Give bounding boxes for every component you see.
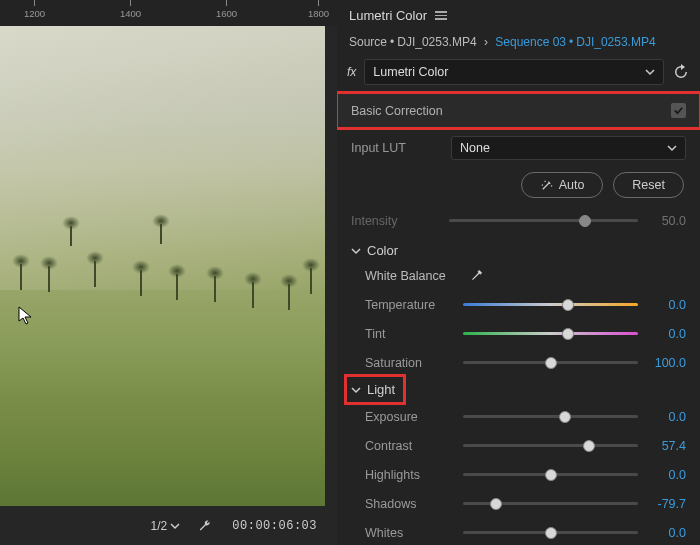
shadows-label: Shadows bbox=[365, 497, 459, 511]
effect-selector-row: fx Lumetri Color bbox=[337, 55, 700, 93]
eyedropper-icon[interactable] bbox=[469, 269, 484, 284]
temperature-label: Temperature bbox=[365, 298, 459, 312]
chevron-down-icon bbox=[667, 143, 677, 153]
tint-slider[interactable] bbox=[463, 326, 638, 342]
input-lut-label: Input LUT bbox=[351, 141, 443, 155]
color-subsection-header[interactable]: Color bbox=[351, 235, 686, 262]
mouse-cursor-icon bbox=[18, 306, 34, 326]
effect-name: Lumetri Color bbox=[373, 65, 448, 79]
basic-correction-header[interactable]: Basic Correction bbox=[337, 93, 700, 128]
breadcrumb-source-file: DJI_0253.MP4 bbox=[397, 35, 476, 49]
ruler-tick: 1400 bbox=[120, 0, 141, 19]
whites-slider[interactable] bbox=[463, 525, 638, 541]
intensity-label: Intensity bbox=[351, 214, 445, 228]
exposure-label: Exposure bbox=[365, 410, 459, 424]
chevron-down-icon bbox=[351, 246, 361, 256]
panel-title: Lumetri Color bbox=[349, 8, 427, 23]
basic-correction-body: Input LUT None Auto Reset Intensity 50.0… bbox=[337, 128, 700, 545]
timecode: 00:00:06:03 bbox=[232, 519, 317, 533]
input-lut-value: None bbox=[460, 141, 490, 155]
chevron-down-icon bbox=[645, 67, 655, 77]
panel-menu-icon[interactable] bbox=[435, 11, 447, 20]
panel-title-bar[interactable]: Lumetri Color bbox=[337, 0, 700, 31]
contrast-slider[interactable] bbox=[463, 438, 638, 454]
lumetri-color-panel: Lumetri Color Source•DJI_0253.MP4 › Sequ… bbox=[337, 0, 700, 545]
breadcrumb-clip-link[interactable]: DJI_0253.MP4 bbox=[576, 35, 655, 49]
ruler-tick: 1200 bbox=[24, 0, 45, 19]
monitor-bottom-bar: 1/2 00:00:06:03 bbox=[0, 507, 325, 545]
program-monitor-panel: 1200 1400 1600 1800 1/2 00:00:06:03 bbox=[0, 0, 337, 545]
intensity-value[interactable]: 50.0 bbox=[642, 214, 686, 228]
contrast-value[interactable]: 57.4 bbox=[642, 439, 686, 453]
chevron-down-icon bbox=[351, 385, 361, 395]
magic-wand-icon bbox=[540, 179, 553, 192]
chevron-down-icon bbox=[170, 521, 180, 531]
light-subsection-header[interactable]: Light bbox=[347, 377, 403, 402]
breadcrumb-source-label: Source bbox=[349, 35, 387, 49]
whites-label: Whites bbox=[365, 526, 459, 540]
input-lut-dropdown[interactable]: None bbox=[451, 136, 686, 160]
auto-button[interactable]: Auto bbox=[521, 172, 604, 198]
white-balance-label: White Balance bbox=[365, 269, 457, 283]
highlights-label: Highlights bbox=[365, 468, 459, 482]
whites-value[interactable]: 0.0 bbox=[642, 526, 686, 540]
section-title: Basic Correction bbox=[351, 104, 443, 118]
ruler-tick: 1800 bbox=[308, 0, 329, 19]
video-preview[interactable] bbox=[0, 26, 325, 506]
highlights-slider[interactable] bbox=[463, 467, 638, 483]
fx-badge[interactable]: fx bbox=[347, 65, 356, 79]
reset-button[interactable]: Reset bbox=[613, 172, 684, 198]
shadows-value[interactable]: -79.7 bbox=[642, 497, 686, 511]
shadows-slider[interactable] bbox=[463, 496, 638, 512]
contrast-label: Contrast bbox=[365, 439, 459, 453]
highlights-value[interactable]: 0.0 bbox=[642, 468, 686, 482]
zoom-level-dropdown[interactable]: 1/2 bbox=[147, 517, 185, 535]
zoom-value: 1/2 bbox=[151, 519, 168, 533]
exposure-slider[interactable] bbox=[463, 409, 638, 425]
tint-value[interactable]: 0.0 bbox=[642, 327, 686, 341]
exposure-value[interactable]: 0.0 bbox=[642, 410, 686, 424]
intensity-slider[interactable] bbox=[449, 213, 638, 229]
timeline-ruler[interactable]: 1200 1400 1600 1800 bbox=[0, 0, 337, 26]
saturation-slider[interactable] bbox=[463, 355, 638, 371]
reset-effect-icon[interactable] bbox=[672, 63, 690, 81]
tint-label: Tint bbox=[365, 327, 459, 341]
basic-correction-toggle[interactable] bbox=[671, 103, 686, 118]
wrench-icon[interactable] bbox=[198, 519, 212, 533]
temperature-slider[interactable] bbox=[463, 297, 638, 313]
ruler-tick: 1600 bbox=[216, 0, 237, 19]
breadcrumb-sequence-link[interactable]: Sequence 03 bbox=[495, 35, 566, 49]
saturation-value[interactable]: 100.0 bbox=[642, 356, 686, 370]
temperature-value[interactable]: 0.0 bbox=[642, 298, 686, 312]
saturation-label: Saturation bbox=[365, 356, 459, 370]
effect-dropdown[interactable]: Lumetri Color bbox=[364, 59, 664, 85]
breadcrumb: Source•DJI_0253.MP4 › Sequence 03•DJI_02… bbox=[337, 31, 700, 55]
checkmark-icon bbox=[673, 105, 684, 116]
